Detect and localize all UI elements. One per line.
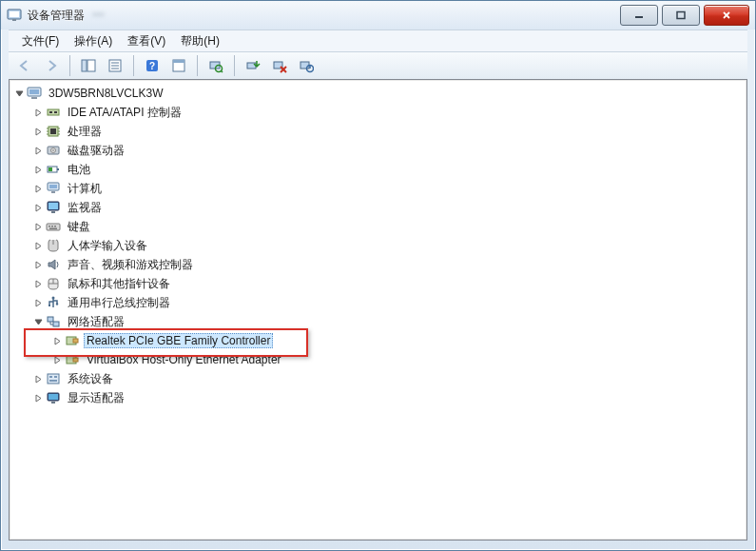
nic-icon <box>65 333 80 348</box>
nic-icon <box>65 352 80 367</box>
close-button[interactable] <box>704 5 749 26</box>
expander-closed-icon[interactable] <box>32 240 44 251</box>
expander-closed-icon[interactable] <box>32 202 44 213</box>
toolbar-separator <box>234 55 235 76</box>
network-icon <box>46 314 61 329</box>
expander-closed-icon[interactable] <box>32 278 44 289</box>
tree-item-label: 显示适配器 <box>65 389 127 407</box>
tree-item[interactable]: 监视器 <box>30 198 745 217</box>
expander-closed-icon[interactable] <box>32 373 44 384</box>
cpu-icon <box>46 124 61 139</box>
toolbar-separator <box>197 55 198 76</box>
tree-item[interactable]: 声音、视频和游戏控制器 <box>30 255 745 274</box>
ide-icon <box>46 105 61 120</box>
expander-closed-icon[interactable] <box>32 259 44 270</box>
keyboard-icon <box>46 219 61 234</box>
tree-item[interactable]: 键盘 <box>30 217 745 236</box>
menu-bar: 文件(F) 操作(A) 查看(V) 帮助(H) <box>9 30 747 52</box>
tree-item-label: 计算机 <box>65 180 105 198</box>
svg-rect-7 <box>82 60 87 71</box>
toolbar-properties-sheet-button[interactable] <box>103 53 127 78</box>
tree-item[interactable]: 网络适配器 <box>30 312 745 331</box>
maximize-button[interactable] <box>662 5 700 26</box>
svg-rect-2 <box>12 19 16 21</box>
window-controls <box>616 5 749 26</box>
expander-closed-icon[interactable] <box>51 335 63 346</box>
toolbar-forward-button[interactable] <box>39 53 64 78</box>
toolbar-update-driver-button[interactable] <box>241 53 265 78</box>
battery-icon <box>46 162 61 177</box>
expander-closed-icon[interactable] <box>32 392 44 403</box>
expander-closed-icon[interactable] <box>32 221 44 232</box>
tree-item[interactable]: 磁盘驱动器 <box>30 141 745 160</box>
computer-root-icon <box>27 86 42 101</box>
computer-icon <box>46 181 61 196</box>
expander-closed-icon[interactable] <box>32 126 44 137</box>
tree-item[interactable]: 系统设备 <box>30 369 745 388</box>
expander-closed-icon[interactable] <box>32 183 44 194</box>
tree-item-label: VirtualBox Host-Only Ethernet Adapter <box>84 352 284 367</box>
expander-closed-icon[interactable] <box>32 297 44 308</box>
tree-item[interactable]: 计算机 <box>30 179 745 198</box>
tree-item[interactable]: 鼠标和其他指针设备 <box>30 274 745 293</box>
toolbar-disable-button[interactable] <box>294 53 319 78</box>
menu-help[interactable]: 帮助(H) <box>173 30 227 52</box>
svg-rect-4 <box>677 12 685 19</box>
tree-item[interactable]: IDE ATA/ATAPI 控制器 <box>30 103 745 122</box>
monitor-icon <box>46 200 61 215</box>
tree-item[interactable]: 电池 <box>30 160 745 179</box>
svg-line-19 <box>221 70 223 72</box>
expander-closed-icon[interactable] <box>32 164 44 175</box>
menu-view[interactable]: 查看(V) <box>120 30 173 52</box>
app-icon <box>7 8 22 23</box>
svg-rect-16 <box>173 60 184 63</box>
minimize-button[interactable] <box>620 5 658 26</box>
toolbar-action-properties-button[interactable] <box>166 53 191 78</box>
toolbar-show-tree-button[interactable] <box>76 53 101 78</box>
tree-item[interactable]: VirtualBox Host-Only Ethernet Adapter <box>49 350 745 369</box>
toolbar-help-button[interactable]: ? <box>140 53 165 78</box>
expander-closed-icon[interactable] <box>32 145 44 156</box>
tree-item[interactable]: 人体学输入设备 <box>30 236 745 255</box>
expander-open-icon[interactable] <box>32 316 44 327</box>
svg-rect-8 <box>87 60 95 71</box>
system-icon <box>46 371 61 386</box>
device-tree-pane[interactable]: 3DW5BRN8LVCLK3WIDE ATA/ATAPI 控制器处理器磁盘驱动器… <box>9 79 747 541</box>
title-bar[interactable]: 设备管理器 ••• <box>1 1 755 30</box>
tree-item-label: 系统设备 <box>65 370 116 388</box>
tree-item-label: 通用串行总线控制器 <box>65 294 173 312</box>
toolbar-back-button[interactable] <box>12 53 37 78</box>
tree-root-item[interactable]: 3DW5BRN8LVCLK3W <box>11 84 745 103</box>
display-icon <box>46 390 61 405</box>
disk-icon <box>46 143 61 158</box>
toolbar-separator <box>133 55 134 76</box>
tree-item-label: IDE ATA/ATAPI 控制器 <box>65 104 184 122</box>
toolbar-uninstall-button[interactable] <box>267 53 292 78</box>
expander-open-icon[interactable] <box>13 88 25 99</box>
tree-item-label: Realtek PCIe GBE Family Controller <box>84 333 273 348</box>
tree-item-label: 键盘 <box>65 218 93 236</box>
tree-item-label: 声音、视频和游戏控制器 <box>65 256 196 274</box>
expander-closed-icon[interactable] <box>51 354 63 365</box>
tree-item-label: 人体学输入设备 <box>65 237 150 255</box>
tree-item[interactable]: Realtek PCIe GBE Family Controller <box>49 331 745 350</box>
expander-closed-icon[interactable] <box>32 107 44 118</box>
svg-rect-1 <box>10 11 19 17</box>
sound-icon <box>46 257 61 272</box>
tree-item[interactable]: 处理器 <box>30 122 745 141</box>
window-title-obscured: ••• <box>92 9 105 22</box>
tree-item[interactable]: 显示适配器 <box>30 388 745 407</box>
menu-action[interactable]: 操作(A) <box>67 30 120 52</box>
menu-file[interactable]: 文件(F) <box>14 30 67 52</box>
tree-item-label: 网络适配器 <box>65 313 127 331</box>
toolbar-separator <box>69 55 70 76</box>
toolbar: ? <box>9 52 747 80</box>
tree-item-label: 鼠标和其他指针设备 <box>65 275 173 293</box>
hid-icon <box>46 238 61 253</box>
toolbar-scan-hardware-button[interactable] <box>204 53 228 78</box>
mouse-icon <box>46 276 61 291</box>
tree-item[interactable]: 通用串行总线控制器 <box>30 293 745 312</box>
tree-item-label: 磁盘驱动器 <box>65 142 127 160</box>
tree-item-label: 监视器 <box>65 199 105 217</box>
window-title: 设备管理器 <box>28 8 85 24</box>
